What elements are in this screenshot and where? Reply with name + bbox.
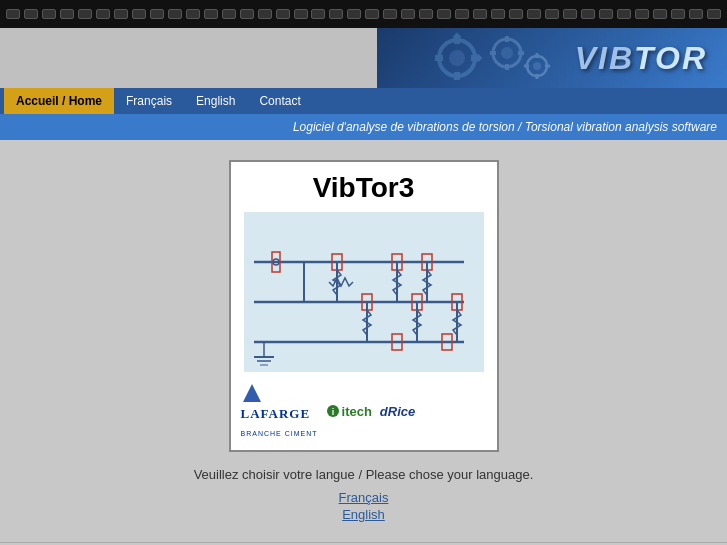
navbar: Accueil / Home Français English Contact (0, 88, 727, 114)
film-hole (240, 9, 254, 19)
lafarge-text: LAFARGE (241, 406, 311, 421)
film-hole (6, 9, 20, 19)
svg-rect-10 (505, 36, 509, 42)
film-hole (383, 9, 397, 19)
svg-text:i: i (331, 407, 334, 417)
film-hole (365, 9, 379, 19)
svg-rect-4 (435, 55, 443, 61)
film-hole (581, 9, 595, 19)
svg-rect-19 (545, 65, 550, 68)
film-hole (437, 9, 451, 19)
svg-rect-11 (505, 64, 509, 70)
vibtor-title: VibTor3 (241, 172, 487, 204)
logo-area: VIBTOR (377, 28, 727, 88)
film-hole (96, 9, 110, 19)
itech-text: itech (342, 404, 372, 419)
film-hole (186, 9, 200, 19)
film-hole (455, 9, 469, 19)
film-hole (204, 9, 218, 19)
svg-rect-20 (244, 212, 484, 372)
film-hole (78, 9, 92, 19)
link-francais[interactable]: Français (339, 490, 389, 505)
nav-contact[interactable]: Contact (247, 88, 312, 114)
drice-text: dRice (380, 404, 415, 419)
lafarge-logo: LAFARGE BRANCHE CIMENT (241, 382, 318, 440)
itech-logo: i itech (326, 404, 372, 419)
film-hole (311, 9, 325, 19)
film-hole (545, 9, 559, 19)
film-hole (150, 9, 164, 19)
gears-decoration (377, 28, 577, 88)
svg-rect-16 (536, 53, 539, 58)
film-hole (689, 9, 703, 19)
subtitle-bar: Logiciel d'analyse de vibrations de tors… (0, 114, 727, 140)
vibtor-box: VibTor3 (229, 160, 499, 452)
nav-francais[interactable]: Français (114, 88, 184, 114)
film-hole (258, 9, 272, 19)
film-hole (114, 9, 128, 19)
nav-accueil[interactable]: Accueil / Home (4, 88, 114, 114)
logo-vib: VIB (575, 40, 634, 76)
drice-logo: dRice (380, 402, 415, 420)
film-hole (707, 9, 721, 19)
link-english[interactable]: English (342, 507, 385, 522)
film-hole (671, 9, 685, 19)
branche-text: BRANCHE CIMENT (241, 430, 318, 437)
film-hole (617, 9, 631, 19)
film-hole (635, 9, 649, 19)
film-hole (42, 9, 56, 19)
film-hole (401, 9, 415, 19)
film-hole (294, 9, 308, 19)
svg-point-1 (449, 50, 465, 66)
box-logos: LAFARGE BRANCHE CIMENT i itech dRice (241, 382, 487, 440)
main-content: VibTor3 (0, 140, 727, 542)
film-hole (222, 9, 236, 19)
itech-icon: i (326, 404, 340, 418)
svg-marker-45 (243, 384, 261, 402)
nav-english[interactable]: English (184, 88, 247, 114)
header: VIBTOR (0, 28, 727, 88)
film-hole (329, 9, 343, 19)
film-hole (653, 9, 667, 19)
site-logo: VIBTOR (575, 40, 707, 77)
film-hole (419, 9, 433, 19)
film-hole (599, 9, 613, 19)
film-hole (168, 9, 182, 19)
svg-point-15 (533, 62, 541, 70)
svg-point-9 (501, 47, 513, 59)
film-hole (24, 9, 38, 19)
svg-rect-12 (490, 51, 496, 55)
language-links: Français English (339, 490, 389, 522)
svg-rect-3 (454, 72, 460, 80)
svg-rect-17 (536, 74, 539, 79)
film-hole (527, 9, 541, 19)
svg-rect-13 (518, 51, 524, 55)
film-hole (473, 9, 487, 19)
lafarge-icon (241, 382, 263, 404)
language-prompt: Veuillez choisir votre langue / Please c… (194, 467, 534, 482)
film-hole (276, 9, 290, 19)
film-hole (491, 9, 505, 19)
film-hole (347, 9, 361, 19)
filmstrip (0, 0, 727, 28)
svg-rect-18 (524, 65, 529, 68)
logo-tor: TOR (634, 40, 707, 76)
film-hole (60, 9, 74, 19)
subtitle-text: Logiciel d'analyse de vibrations de tors… (293, 120, 717, 134)
film-hole (132, 9, 146, 19)
film-hole (509, 9, 523, 19)
film-hole (563, 9, 577, 19)
mechanical-diagram (241, 212, 487, 372)
